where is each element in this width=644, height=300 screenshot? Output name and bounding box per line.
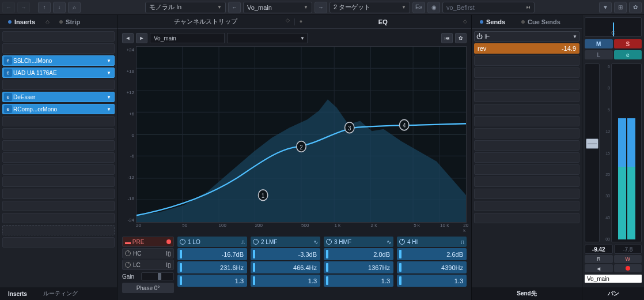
tab-pan[interactable]: パン (600, 290, 627, 298)
nav-fwd-button[interactable]: → (17, 2, 30, 13)
insert-slot[interactable] (2, 152, 115, 163)
pre-button[interactable]: ▬ PRE (122, 237, 174, 247)
edit-icon[interactable]: e (4, 69, 12, 77)
band-header[interactable]: 4 HI⎍ (397, 237, 467, 247)
send-slot[interactable] (474, 68, 579, 78)
gain-slider[interactable] (141, 272, 174, 280)
fader-level[interactable]: -9.42 (585, 245, 613, 254)
band-q[interactable]: 1.3 (177, 275, 247, 287)
shelf-icon[interactable]: ⎍ (461, 239, 464, 245)
band-freq[interactable]: 231.6Hz (177, 261, 247, 273)
insert-slot[interactable]: eDeEsser▼ (2, 92, 115, 102)
preset-icon-button[interactable]: ◉ (427, 2, 440, 13)
tab-strip[interactable]: Strip (51, 15, 88, 28)
solo-button[interactable]: S (614, 39, 642, 48)
band-freq[interactable]: 466.4Hz (251, 261, 320, 273)
edit-icon[interactable]: e (4, 93, 12, 101)
insert-slot[interactable] (2, 177, 115, 187)
insert-slot[interactable] (2, 164, 115, 175)
send-slot[interactable] (474, 128, 579, 138)
insert-slot-divider[interactable] (2, 225, 115, 235)
inserts-bypass-icon[interactable]: ◇ (43, 19, 51, 25)
phase-button[interactable]: Phase 0° (122, 283, 174, 293)
chevron-down-icon[interactable]: ▼ (105, 95, 113, 100)
band-gain[interactable]: -3.3dB (251, 248, 320, 260)
tab-send-dest[interactable]: Send先 (509, 290, 544, 298)
send-slot[interactable] (474, 213, 579, 223)
input-routing-select[interactable]: モノラル In ▼ (145, 2, 226, 13)
insert-slot[interactable] (2, 31, 115, 42)
send-slot[interactable] (474, 116, 579, 126)
tab-cue-sends[interactable]: Cue Sends (513, 15, 569, 28)
insert-slot[interactable] (2, 128, 115, 138)
functions-menu-button[interactable]: ▼ (599, 2, 612, 13)
band-freq[interactable]: 1367Hz (324, 261, 393, 273)
band-freq[interactable]: 4390Hz (397, 261, 467, 273)
band-q[interactable]: 1.3 (397, 275, 467, 287)
chevron-down-icon[interactable]: ▼ (105, 107, 113, 112)
edit-icon[interactable]: e (4, 57, 12, 65)
send-slot[interactable] (474, 140, 579, 151)
lc-button[interactable]: LCI▯ (122, 260, 174, 270)
output-routing-select[interactable]: 2 ターゲット ▼ (329, 2, 410, 13)
volume-fader[interactable] (585, 63, 600, 242)
band-gain[interactable]: -16.7dB (177, 248, 247, 260)
send-slot[interactable] (474, 201, 579, 211)
listen-button[interactable]: L (585, 50, 613, 59)
monitor-button[interactable]: ◄ (585, 264, 613, 272)
chevron-down-icon[interactable]: ▼ (105, 58, 113, 63)
band-header[interactable]: 3 HMF∿ (324, 237, 393, 247)
send-slot[interactable] (474, 177, 579, 187)
layout-button[interactable]: ⊞ (614, 2, 627, 13)
fader-handle[interactable] (586, 138, 598, 149)
eq-graph[interactable]: 1 2 3 4 (136, 46, 467, 223)
tab-routing[interactable]: ルーティング (35, 290, 86, 298)
insert-slot[interactable] (2, 43, 115, 54)
up-button[interactable]: ↑ (38, 2, 51, 13)
record-enable-button[interactable] (614, 264, 642, 272)
send-slot[interactable] (474, 104, 579, 114)
band-header[interactable]: 1 LO⎍ (177, 237, 247, 247)
send-slot[interactable] (474, 152, 579, 163)
insert-slot[interactable] (2, 237, 115, 247)
read-button[interactable]: R (585, 255, 613, 263)
send-slot[interactable] (474, 80, 579, 90)
tab-sends[interactable]: Sends (472, 15, 513, 28)
insert-slot[interactable]: eSSLCh...lMono▼ (2, 55, 115, 66)
band-gain[interactable]: 2.0dB (324, 248, 393, 260)
track-select[interactable]: Vo_main ▼ (243, 2, 312, 13)
shelf-icon[interactable]: ⎍ (241, 239, 245, 245)
band-q[interactable]: 1.3 (324, 275, 393, 287)
chevron-down-icon[interactable]: ▼ (105, 70, 113, 76)
prev-track-button[interactable]: ← (228, 2, 241, 13)
pan-control[interactable]: C (585, 17, 642, 37)
send-slot[interactable] (474, 55, 579, 66)
band-q[interactable]: 1.3 (251, 275, 320, 287)
band-gain[interactable]: 2.6dB (397, 248, 467, 260)
mute-button[interactable]: M (585, 39, 613, 48)
next-track-button[interactable]: → (315, 2, 327, 13)
eq-reset-button[interactable]: ⏮ (441, 33, 453, 43)
insert-slot[interactable] (2, 80, 115, 90)
settings-button[interactable]: ✿ (629, 2, 642, 13)
band-header[interactable]: 2 LMF∿ (251, 237, 320, 247)
edit-icon[interactable]: e (4, 105, 12, 113)
insert-slot[interactable] (2, 189, 115, 199)
eq-settings-button[interactable]: ✿ (455, 33, 467, 43)
send-slot[interactable] (474, 189, 579, 199)
preset-select[interactable]: vo_Befirst ⏮ (442, 2, 535, 13)
bell-icon[interactable]: ∿ (313, 239, 318, 245)
peak-level[interactable]: -7.8 (614, 245, 642, 254)
insert-slot[interactable]: eRComp...orMono▼ (2, 104, 115, 114)
eq-bypass-icon[interactable]: ● (297, 18, 305, 24)
eq-prev-button[interactable]: ◄ (122, 33, 134, 43)
insert-slot[interactable] (2, 201, 115, 211)
down-button[interactable]: ↓ (53, 2, 66, 13)
send-slot-active[interactable]: rev -14.9 (474, 43, 579, 54)
insert-slot[interactable] (2, 140, 115, 151)
hc-button[interactable]: HCI▯ (122, 248, 174, 258)
output-activate-button[interactable]: E» (412, 2, 425, 13)
insert-slot[interactable]: eUAD UA 1176AE▼ (2, 68, 115, 78)
link-icon[interactable]: ◇ (284, 17, 292, 23)
track-name-field[interactable]: Vo_main (585, 275, 642, 283)
